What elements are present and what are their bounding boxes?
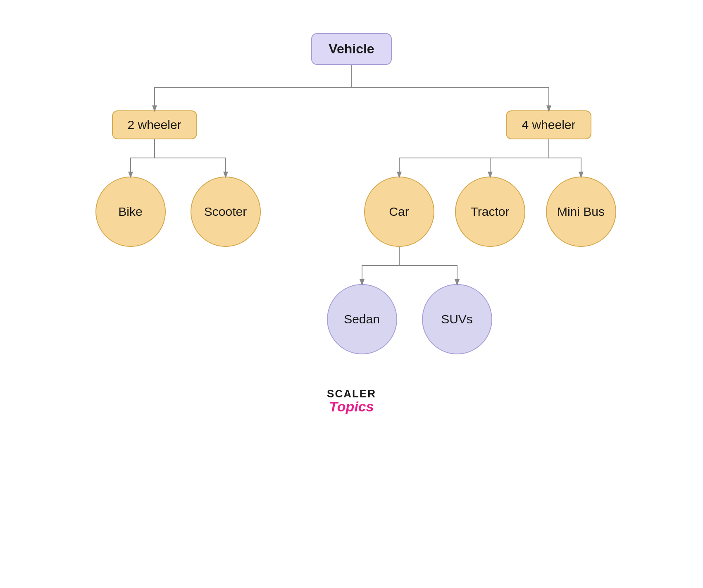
car-node: Car [364,177,434,247]
scooter-node: Scooter [191,177,261,247]
branding: SCALER Topics [327,387,376,415]
brand-topics-text: Topics [329,399,374,415]
bike-node: Bike [95,177,166,247]
four-wheeler-node: 4 wheeler [506,110,591,139]
suvs-node: SUVs [422,284,492,354]
vehicle-node: Vehicle [311,33,391,65]
tractor-node: Tractor [455,177,525,247]
two-wheeler-node: 2 wheeler [112,110,197,139]
minibus-node: Mini Bus [546,177,616,247]
sedan-node: Sedan [327,284,397,354]
